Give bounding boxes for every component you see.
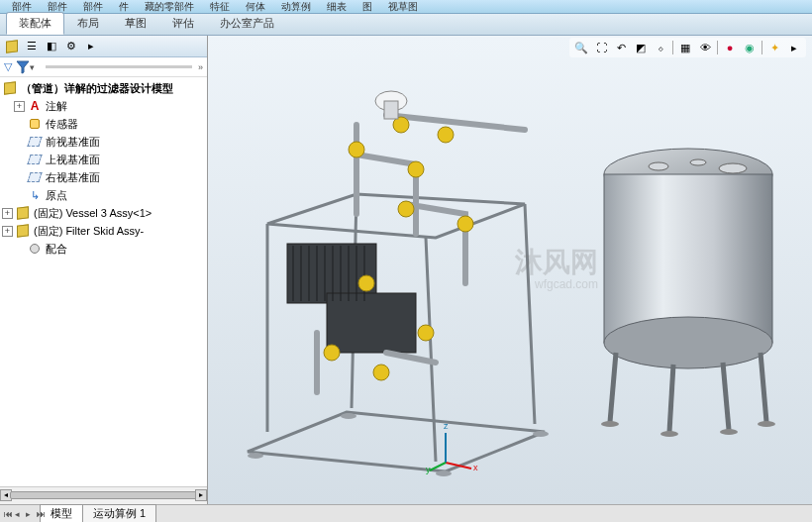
tree-node-front-plane[interactable]: 前视基准面: [0, 133, 207, 151]
orientation-triad[interactable]: x z y: [426, 415, 485, 474]
tree-node-filter-skid-assy[interactable]: + (固定) Filter Skid Assy-: [0, 222, 207, 240]
axis-z-label: z: [444, 421, 449, 431]
subassembly-icon: [15, 223, 31, 239]
tree-node-mates[interactable]: 配合: [0, 240, 207, 258]
svg-point-32: [358, 275, 374, 291]
main-area: ☰ ◧ ⚙ ▸ ▽ ▾ » （管道）详解的过滤器设计模型 + A 注解: [0, 36, 812, 504]
expander-icon[interactable]: +: [2, 226, 13, 237]
svg-line-42: [446, 463, 471, 469]
filter-clear-icon[interactable]: ▽: [4, 60, 12, 73]
graphics-viewport[interactable]: 🔍 ⛶ ↶ ◩ ⬦ ▦ 👁 ● ◉ ✦ ▸: [208, 36, 812, 504]
svg-point-34: [324, 345, 340, 361]
svg-point-38: [248, 453, 263, 459]
svg-rect-15: [327, 293, 416, 353]
svg-point-13: [720, 429, 738, 435]
bottom-tab-strip: ⏮ ◂ ▸ ⏭ 模型 运动算例 1: [0, 504, 812, 522]
feature-tree[interactable]: （管道）详解的过滤器设计模型 + A 注解 传感器 前视基准面 上视基准面: [0, 77, 207, 486]
svg-point-26: [349, 142, 364, 157]
svg-point-27: [408, 161, 424, 177]
ribbon-chunk: 图: [362, 0, 372, 14]
svg-line-7: [761, 353, 766, 422]
ribbon-chunk: 细表: [327, 0, 347, 14]
axis-x-label: x: [473, 463, 478, 472]
plane-icon: [27, 152, 43, 167]
svg-point-4: [690, 159, 706, 165]
annotation-icon: A: [27, 98, 43, 114]
svg-line-9: [723, 363, 729, 430]
svg-point-40: [533, 431, 549, 437]
tree-filter-row: ▽ ▾ »: [0, 57, 207, 77]
filter-bar: [46, 65, 192, 68]
sensor-icon: [27, 116, 43, 132]
origin-icon: ↳: [27, 187, 43, 203]
axis-y-label: y: [426, 465, 431, 474]
svg-point-5: [719, 163, 747, 173]
tree-node-sensors[interactable]: 传感器: [0, 115, 207, 133]
svg-line-8: [669, 365, 673, 432]
tree-node-vessel-assy[interactable]: + (固定) Vessel 3 Assy<1>: [0, 204, 207, 222]
next-tab-icon[interactable]: ▸: [26, 509, 36, 519]
tab-layout[interactable]: 布局: [64, 12, 112, 35]
svg-point-31: [457, 216, 473, 232]
svg-point-2: [604, 317, 772, 368]
plane-icon: [27, 134, 43, 150]
svg-line-6: [610, 353, 616, 422]
split-icon[interactable]: ▸: [83, 39, 99, 54]
filter-dropdown[interactable]: ▾: [30, 62, 40, 72]
slider-thumb[interactable]: [10, 491, 197, 499]
tab-office[interactable]: 办公室产品: [207, 12, 287, 35]
model-render: [208, 36, 812, 504]
bottom-tab-nav: ⏮ ◂ ▸ ⏭: [4, 509, 47, 519]
tab-sketch[interactable]: 草图: [112, 12, 159, 35]
feature-manager-toolbar: ☰ ◧ ⚙ ▸: [0, 36, 207, 57]
last-tab-icon[interactable]: ⏭: [37, 509, 47, 519]
bottom-tab-motion-study[interactable]: 运动算例 1: [82, 504, 156, 522]
filter-expand-icon[interactable]: »: [198, 62, 203, 72]
expander-icon[interactable]: +: [2, 208, 13, 219]
tree-node-top-plane[interactable]: 上视基准面: [0, 151, 207, 168]
subassembly-icon: [15, 205, 31, 221]
cube-icon[interactable]: ◧: [44, 39, 59, 54]
assembly-icon: [2, 80, 18, 96]
svg-point-33: [418, 325, 434, 341]
svg-point-12: [660, 431, 678, 437]
first-tab-icon[interactable]: ⏮: [4, 509, 14, 519]
config-icon[interactable]: ⚙: [63, 39, 79, 54]
mates-icon: [27, 241, 43, 257]
svg-point-41: [341, 413, 356, 419]
tree-root[interactable]: （管道）详解的过滤器设计模型: [0, 79, 207, 97]
slider-right[interactable]: ▸: [195, 489, 207, 501]
expander-icon[interactable]: +: [14, 101, 25, 112]
svg-point-35: [373, 365, 389, 380]
tab-assembly[interactable]: 装配体: [6, 12, 64, 35]
svg-point-10: [601, 421, 619, 427]
svg-point-11: [758, 421, 775, 427]
svg-point-30: [398, 201, 414, 217]
display-pane-icon[interactable]: ☰: [24, 39, 40, 54]
prev-tab-icon[interactable]: ◂: [15, 509, 25, 519]
plane-icon: [27, 169, 43, 185]
tree-node-right-plane[interactable]: 右视基准面: [0, 168, 207, 186]
ribbon-chunk: 视草图: [388, 0, 418, 14]
assembly-tree-icon[interactable]: [4, 39, 20, 54]
command-manager-tabs: 装配体 布局 草图 评估 办公室产品: [0, 14, 812, 36]
svg-rect-37: [384, 101, 398, 119]
tree-node-annotations[interactable]: + A 注解: [0, 97, 207, 115]
svg-point-29: [438, 127, 454, 143]
svg-point-3: [649, 162, 668, 170]
funnel-icon[interactable]: [16, 60, 30, 74]
svg-line-44: [430, 463, 446, 470]
tab-evaluate[interactable]: 评估: [159, 12, 207, 35]
feature-manager-panel: ☰ ◧ ⚙ ▸ ▽ ▾ » （管道）详解的过滤器设计模型 + A 注解: [0, 36, 208, 504]
tree-node-origin[interactable]: ↳ 原点: [0, 186, 207, 204]
tree-splitter-slider[interactable]: ◂ ▸: [0, 486, 207, 504]
